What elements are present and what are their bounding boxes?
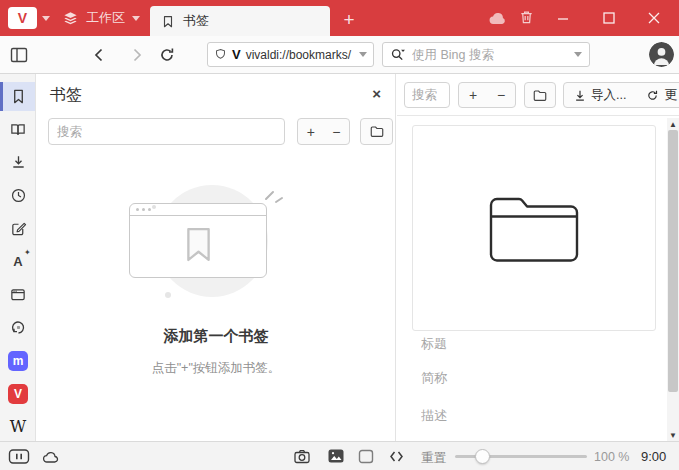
session-loop-icon <box>10 319 27 336</box>
rail-item-translate[interactable]: A✦ <box>0 247 36 276</box>
refresh-icon <box>646 89 659 102</box>
panel-title: 书签 <box>50 85 82 106</box>
maximize-button[interactable] <box>603 12 615 24</box>
scrollbar[interactable]: ▲ ▼ <box>667 118 679 441</box>
panel-search-box[interactable] <box>48 118 285 145</box>
search-field[interactable] <box>382 42 590 67</box>
vivaldi-logo-icon: V <box>18 10 27 26</box>
tab-bookmarks[interactable]: 书签 <box>150 6 330 36</box>
forward-icon[interactable] <box>128 46 146 64</box>
code-page-actions-icon[interactable] <box>388 449 405 464</box>
rail-item-history[interactable] <box>0 181 36 210</box>
new-folder-button[interactable] <box>360 118 393 145</box>
bookmarks-manager: + − 导入... 更 <box>397 74 679 441</box>
zoom-value: 100 % <box>594 450 629 464</box>
manager-search-input[interactable] <box>412 88 442 102</box>
remove-bookmark-button[interactable]: − <box>324 119 350 144</box>
rail-item-windows[interactable] <box>0 280 36 309</box>
mastodon-icon: m <box>8 351 28 371</box>
more-button[interactable]: 更 <box>636 83 679 107</box>
rail-item-sessions[interactable] <box>0 313 36 342</box>
window-icon <box>9 286 27 303</box>
sync-status-cloud-icon[interactable] <box>41 449 62 464</box>
folder-large-icon <box>484 188 584 268</box>
rail-item-bookmarks[interactable] <box>0 82 36 111</box>
url-text: vivaldi://bookmarks/ <box>246 48 354 62</box>
description-field[interactable] <box>421 408 641 423</box>
trash-icon[interactable] <box>518 8 535 27</box>
vivaldi-menu-caret-icon[interactable] <box>42 16 50 21</box>
rail-item-mastodon[interactable]: m <box>0 346 36 375</box>
bookmarks-panel: 书签 × + − 添加第一个书签 点击"+"按钮添加书签。 <box>36 74 396 441</box>
remove-bookmark-button[interactable]: − <box>487 83 515 107</box>
workspace-button[interactable]: 工作区 <box>62 6 140 30</box>
reading-list-icon <box>9 121 27 138</box>
break-mode-icon[interactable] <box>8 448 30 465</box>
manager-search-box[interactable] <box>404 82 450 108</box>
minimize-button[interactable] <box>557 12 569 24</box>
vivaldi-site-badge-icon[interactable]: V <box>232 47 241 62</box>
url-dropdown-caret-icon[interactable] <box>359 52 367 57</box>
decor-dot <box>165 292 171 298</box>
rail-item-notes[interactable] <box>0 214 36 243</box>
rail-item-wikipedia[interactable]: W <box>0 412 36 441</box>
page-image-toggle-icon[interactable] <box>327 448 345 464</box>
sync-cloud-icon[interactable] <box>487 9 509 27</box>
clock-icon <box>10 187 27 204</box>
page-actions-icon[interactable] <box>358 449 374 464</box>
close-button[interactable] <box>648 12 660 24</box>
new-folder-button[interactable] <box>524 82 556 108</box>
illustration-window-titlebar <box>130 204 266 216</box>
folder-icon <box>369 124 385 139</box>
empty-state-heading: 添加第一个书签 <box>36 327 396 346</box>
shield-icon[interactable] <box>214 47 227 62</box>
panel-toggle-icon[interactable] <box>9 46 29 64</box>
panel-search-input[interactable] <box>57 125 276 139</box>
workspace-caret-icon <box>132 16 140 21</box>
scroll-down-icon[interactable]: ▼ <box>667 429 679 441</box>
search-engine-icon[interactable] <box>390 47 406 62</box>
clock: 9:00 <box>641 449 666 464</box>
layers-icon <box>62 10 79 27</box>
nickname-field[interactable] <box>421 370 641 385</box>
manager-toolbar: + − 导入... 更 <box>397 74 679 116</box>
manager-add-remove-group: + − <box>458 82 516 108</box>
rail-item-vivaldi-community[interactable]: V <box>0 379 36 408</box>
scrollbar-thumb[interactable] <box>668 130 678 392</box>
back-icon[interactable] <box>90 46 108 64</box>
profile-avatar[interactable] <box>649 42 674 67</box>
empty-state-subtext: 点击"+"按钮添加书签。 <box>36 360 396 377</box>
translate-icon: A✦ <box>13 254 22 269</box>
title-field[interactable] <box>421 336 641 351</box>
notes-icon <box>10 220 27 237</box>
zoom-slider[interactable] <box>455 455 587 458</box>
new-tab-button[interactable]: + <box>336 6 362 34</box>
scroll-up-icon[interactable]: ▲ <box>667 118 679 130</box>
bookmark-ribbon-icon <box>185 226 212 264</box>
rail-item-reading-list[interactable] <box>0 115 36 144</box>
rail-item-downloads[interactable] <box>0 148 36 177</box>
status-bar: 重置 100 % 9:00 <box>0 441 679 470</box>
decor-dot <box>152 205 156 209</box>
import-button[interactable]: 导入... <box>564 83 636 107</box>
panel-add-remove-group: + − <box>297 118 350 145</box>
url-field[interactable]: V vivaldi://bookmarks/ <box>207 42 374 67</box>
title-bar: V 工作区 书签 + <box>0 0 679 36</box>
capture-camera-icon[interactable] <box>293 448 311 465</box>
reset-zoom-button[interactable]: 重置 <box>421 450 446 467</box>
address-bar: V vivaldi://bookmarks/ <box>0 36 679 74</box>
add-bookmark-button[interactable]: + <box>298 119 324 144</box>
search-dropdown-caret-icon[interactable] <box>574 52 582 57</box>
bookmark-icon <box>10 88 27 105</box>
panel-close-icon[interactable]: × <box>372 85 381 102</box>
illustration-window <box>129 203 267 278</box>
vivaldi-menu-button[interactable]: V <box>8 7 37 29</box>
search-input[interactable] <box>412 48 568 62</box>
import-more-group: 导入... 更 <box>563 82 679 108</box>
reload-icon[interactable] <box>158 46 176 64</box>
zoom-slider-knob[interactable] <box>475 449 490 464</box>
download-icon <box>10 154 27 171</box>
add-bookmark-button[interactable]: + <box>459 83 487 107</box>
import-arrow-icon <box>574 89 586 102</box>
bookmark-icon <box>161 14 175 29</box>
